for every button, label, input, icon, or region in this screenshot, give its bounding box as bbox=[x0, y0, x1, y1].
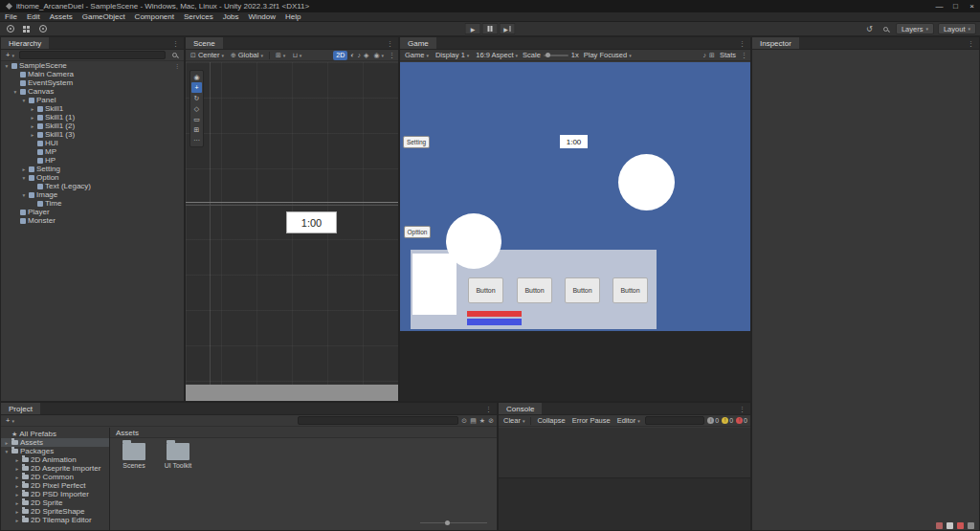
pause-button[interactable] bbox=[482, 23, 499, 34]
status-icon-4[interactable] bbox=[968, 522, 974, 529]
hierarchy-item-mp[interactable]: MP bbox=[1, 147, 184, 156]
project-item-all-prefabs[interactable]: ★All Prefabs bbox=[1, 430, 109, 438]
hierarchy-item-samplescene[interactable]: ▾SampleScene⋮ bbox=[1, 61, 184, 70]
menu-services[interactable]: Services bbox=[179, 12, 218, 22]
expand-arrow[interactable]: ▸ bbox=[21, 166, 27, 172]
hierarchy-item-hp[interactable]: HP bbox=[1, 156, 184, 165]
create-gameobject-button[interactable]: +▾ bbox=[4, 51, 16, 60]
tab-game[interactable]: Game bbox=[400, 37, 436, 49]
favorites-icon[interactable]: ★ bbox=[479, 417, 485, 425]
tab-hierarchy[interactable]: Hierarchy bbox=[1, 37, 49, 49]
hierarchy-item-monster[interactable]: Monster bbox=[1, 216, 184, 225]
project-item-2d-common[interactable]: ▸2D Common bbox=[1, 473, 109, 481]
expand-arrow[interactable]: ▾ bbox=[21, 175, 27, 181]
game-viewport[interactable]: Setting 1:00 Opttion Button Button Butto… bbox=[400, 62, 750, 331]
scene-options-icon[interactable]: ⋮ bbox=[174, 62, 184, 69]
warning-count-badge[interactable]: !0 bbox=[722, 417, 733, 424]
scene-viewport[interactable]: 1:00 ◉ + ↻ ◇ ▭ ⊞ ⋯ bbox=[186, 62, 398, 401]
layout-dropdown[interactable]: Layout▾ bbox=[938, 23, 976, 34]
editor-dropdown[interactable]: Editor▾ bbox=[615, 416, 642, 426]
project-item-2d-aseprite-importer[interactable]: ▸2D Aseprite Importer bbox=[1, 464, 109, 473]
minimize-button[interactable]: — bbox=[931, 0, 947, 12]
hierarchy-item-hui[interactable]: HUI bbox=[1, 139, 184, 147]
move-tool[interactable]: + bbox=[191, 82, 202, 93]
project-item-2d-animation[interactable]: ▸2D Animation bbox=[1, 455, 109, 464]
project-menu-icon[interactable]: ⋮ bbox=[480, 403, 497, 414]
skill-button-3[interactable]: Button bbox=[565, 277, 600, 303]
undo-history-icon[interactable]: ↺ bbox=[863, 24, 876, 34]
hierarchy-item-skill1-2[interactable]: ▸Skill1 (2) bbox=[1, 122, 184, 130]
project-item-2d-sprite[interactable]: ▸2D Sprite bbox=[1, 498, 109, 507]
expand-arrow[interactable]: ▸ bbox=[14, 475, 20, 480]
grid-visibility-dropdown[interactable]: ⊞▾ bbox=[274, 51, 287, 60]
project-item-packages[interactable]: ▾Packages bbox=[1, 447, 109, 455]
skill-button-4[interactable]: Button bbox=[612, 277, 648, 303]
game-setting-button[interactable]: Setting bbox=[403, 136, 430, 148]
aspect-dropdown[interactable]: 16:9 Aspect▾ bbox=[474, 51, 520, 60]
tab-inspector[interactable]: Inspector bbox=[752, 37, 799, 49]
console-search-input[interactable] bbox=[645, 416, 705, 425]
expand-arrow[interactable]: ▾ bbox=[12, 89, 18, 95]
scale-slider[interactable] bbox=[544, 55, 568, 56]
hierarchy-item-image[interactable]: ▾Image bbox=[1, 190, 184, 199]
menu-component[interactable]: Component bbox=[130, 12, 179, 22]
expand-arrow[interactable]: ▸ bbox=[30, 106, 35, 112]
folder-scenes[interactable]: Scenes bbox=[116, 443, 152, 469]
2d-toggle-button[interactable]: 2D bbox=[333, 51, 347, 60]
search-by-type-icon[interactable]: ⊙ bbox=[461, 417, 467, 425]
custom-tool[interactable]: ⋯ bbox=[191, 135, 202, 145]
tab-console[interactable]: Console bbox=[499, 403, 542, 414]
play-focused-dropdown[interactable]: Play Focused▾ bbox=[582, 51, 634, 60]
hierarchy-item-player[interactable]: Player bbox=[1, 208, 184, 216]
vsync-icon[interactable]: ⊞ bbox=[709, 52, 715, 59]
expand-arrow[interactable]: ▸ bbox=[14, 509, 20, 515]
skill-button-1[interactable]: Button bbox=[468, 277, 503, 303]
error-pause-button[interactable]: Error Pause bbox=[570, 416, 612, 426]
hidden-packages-icon[interactable]: ⊘ bbox=[488, 417, 494, 425]
status-icon-1[interactable] bbox=[936, 522, 943, 529]
clear-button[interactable]: Clear▾ bbox=[501, 416, 526, 426]
hierarchy-item-main-camera[interactable]: Main Camera bbox=[1, 70, 184, 78]
search-by-label-icon[interactable]: ▤ bbox=[470, 417, 477, 425]
expand-arrow[interactable]: ▸ bbox=[4, 440, 10, 446]
scene-toolbar-menu-icon[interactable]: ⋮ bbox=[389, 52, 395, 59]
expand-arrow[interactable]: ▸ bbox=[14, 466, 20, 472]
project-item-2d-pixel-perfect[interactable]: ▸2D Pixel Perfect bbox=[1, 481, 109, 490]
hierarchy-item-skill1[interactable]: ▸Skill1 bbox=[1, 104, 184, 113]
scene-audio-icon[interactable]: ♪ bbox=[357, 52, 361, 58]
expand-arrow[interactable]: ▾ bbox=[4, 63, 10, 69]
maximize-button[interactable]: □ bbox=[947, 0, 964, 12]
hierarchy-item-eventsystem[interactable]: EventSystem bbox=[1, 78, 184, 87]
search-icon[interactable] bbox=[880, 24, 892, 34]
expand-arrow[interactable]: ▸ bbox=[14, 457, 20, 463]
menu-jobs[interactable]: Jobs bbox=[218, 12, 244, 22]
rotation-dropdown[interactable]: ⊕Global▾ bbox=[229, 51, 265, 60]
game-panel-menu-icon[interactable]: ⋮ bbox=[734, 37, 750, 49]
slider-knob[interactable] bbox=[445, 520, 450, 525]
game-option-button[interactable]: Opttion bbox=[404, 226, 431, 238]
rect-tool[interactable]: ▭ bbox=[191, 114, 202, 124]
hierarchy-menu-icon[interactable]: ⋮ bbox=[167, 37, 184, 49]
expand-arrow[interactable]: ▾ bbox=[4, 449, 10, 454]
hierarchy-item-canvas[interactable]: ▾Canvas bbox=[1, 87, 184, 96]
expand-arrow[interactable]: ▾ bbox=[21, 192, 27, 198]
create-asset-button[interactable]: +▾ bbox=[4, 416, 16, 426]
game-toolbar-menu-icon[interactable]: ⋮ bbox=[741, 52, 747, 59]
expand-arrow[interactable]: ▸ bbox=[14, 492, 20, 498]
rotate-tool[interactable]: ↻ bbox=[191, 93, 202, 103]
menu-edit[interactable]: Edit bbox=[22, 12, 45, 22]
scene-panel-menu-icon[interactable]: ⋮ bbox=[382, 37, 398, 49]
console-menu-icon[interactable]: ⋮ bbox=[734, 403, 750, 414]
scene-camera-dropdown[interactable]: ◉▾ bbox=[371, 51, 386, 60]
thumbnail-zoom-slider[interactable] bbox=[420, 520, 487, 525]
tab-project[interactable]: Project bbox=[1, 403, 40, 414]
scene-lighting-icon[interactable]: ◐ bbox=[350, 52, 354, 58]
expand-arrow[interactable]: ▸ bbox=[14, 483, 20, 489]
status-icon-3[interactable] bbox=[957, 522, 964, 529]
stats-button[interactable]: Stats bbox=[718, 51, 738, 60]
info-count-badge[interactable]: i0 bbox=[707, 417, 719, 424]
project-item-2d-spriteshape[interactable]: ▸2D SpriteShape bbox=[1, 507, 109, 516]
expand-arrow[interactable]: ▸ bbox=[30, 132, 35, 138]
hierarchy-item-panel[interactable]: ▾Panel bbox=[1, 96, 184, 104]
menu-gameobject[interactable]: GameObject bbox=[78, 12, 130, 22]
